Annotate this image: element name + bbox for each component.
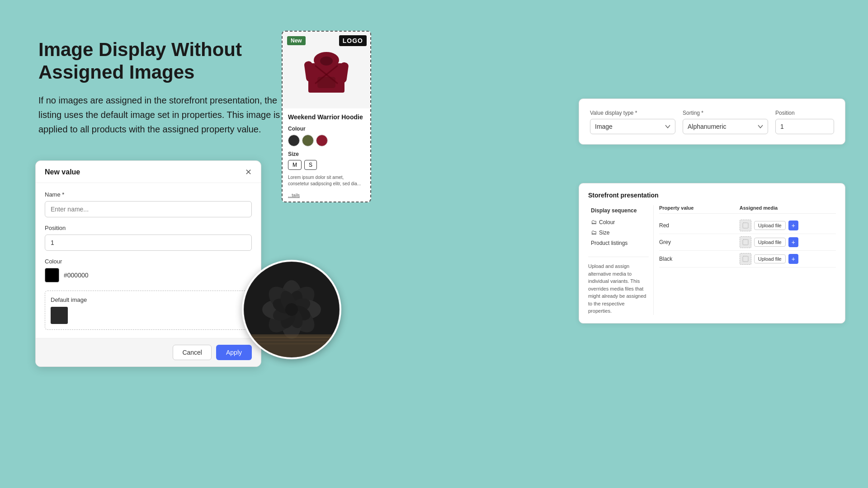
svg-rect-5 [317, 77, 335, 88]
storefront-layout: Display sequence 🗂 Colour 🗂 Size Product… [588, 205, 836, 315]
media-thumb-grey [740, 236, 751, 248]
svg-point-2 [320, 56, 333, 66]
upload-btn-red[interactable]: Upload file [754, 221, 786, 230]
product-image-area: New LOGO [283, 32, 370, 108]
size-section-label: Size [288, 151, 365, 157]
left-section: Image Display Without Assigned Images If… [38, 38, 292, 150]
storefront-table: Property value Assigned media Red Upload… [654, 205, 836, 315]
product-card: New LOGO Weekend Warri [282, 31, 371, 202]
add-btn-grey[interactable]: + [788, 237, 798, 247]
right-panel-top: Value display type * Image Text Sorting … [579, 99, 845, 145]
nav-size-label: Size [599, 230, 609, 236]
colour-row: #000000 [45, 268, 252, 282]
name-field-label: Name * [45, 191, 252, 198]
dialog-header: New value ✕ [36, 161, 261, 183]
storefront-panel: Storefront presentation Display sequence… [579, 183, 845, 324]
th-assigned-media: Assigned media [740, 205, 836, 211]
table-row-red: Red Upload file + [659, 217, 836, 234]
swatch-olive[interactable] [302, 135, 314, 146]
td-property-black: Black [659, 256, 740, 262]
nav-display-sequence[interactable]: Display sequence [588, 205, 649, 216]
svg-rect-29 [244, 343, 339, 344]
td-property-red: Red [659, 222, 740, 229]
svg-rect-27 [244, 337, 339, 338]
th-property-value: Property value [659, 205, 740, 211]
media-thumb-black [740, 253, 751, 265]
position-field: Position [775, 110, 834, 134]
fabric-rose-svg [244, 262, 339, 357]
more-details-link[interactable]: ...tails [288, 193, 300, 198]
circular-image-overlay [242, 260, 341, 359]
td-property-grey: Grey [659, 239, 740, 245]
colour-swatches [288, 135, 365, 146]
position-label: Position [775, 110, 834, 116]
nav-product-listings[interactable]: Product listings [588, 238, 649, 249]
nav-colour-label: Colour [599, 219, 615, 225]
sorting-select[interactable]: Alphanumeric Manual [683, 119, 768, 134]
svg-rect-28 [244, 340, 339, 341]
product-card-inner: New LOGO Weekend Warri [283, 32, 370, 202]
svg-rect-31 [743, 239, 748, 245]
colour-field-label: Colour [45, 258, 252, 265]
value-display-type-field: Value display type * Image Text [590, 110, 675, 134]
product-info: Weekend Warrior Hoodie Colour Size M S L… [283, 108, 370, 202]
table-header: Property value Assigned media [659, 205, 836, 214]
product-description: Lorem ipsum dolor sit amet, consetetur s… [288, 174, 365, 187]
sorting-label: Sorting * [683, 110, 768, 116]
nav-size[interactable]: 🗂 Size [588, 227, 649, 238]
description: If no images are assigned in the storefr… [38, 93, 292, 136]
td-assigned-black: Upload file + [740, 253, 836, 265]
dialog-footer: Cancel Apply [36, 338, 261, 366]
upload-btn-black[interactable]: Upload file [754, 254, 786, 263]
panel-form-row: Value display type * Image Text Sorting … [590, 110, 834, 134]
close-button[interactable]: ✕ [245, 168, 252, 176]
default-image-label: Default image [51, 296, 246, 303]
new-value-dialog: New value ✕ Name * Position Colour #0000… [35, 160, 261, 367]
td-assigned-grey: Upload file + [740, 236, 836, 248]
folder-colour-icon: 🗂 [591, 219, 597, 225]
colour-code: #000000 [64, 272, 89, 279]
default-image-section: Default image [45, 291, 252, 330]
sorting-field: Sorting * Alphanumeric Manual [683, 110, 768, 134]
new-badge: New [287, 36, 306, 45]
swatch-dark[interactable] [288, 135, 300, 146]
apply-button[interactable]: Apply [216, 345, 252, 360]
colour-section-label: Colour [288, 126, 365, 132]
main-title: Image Display Without Assigned Images [38, 38, 292, 84]
svg-point-25 [285, 303, 298, 316]
folder-size-icon: 🗂 [591, 229, 597, 236]
product-name: Weekend Warrior Hoodie [288, 113, 365, 121]
swatch-red[interactable] [316, 135, 328, 146]
cancel-button[interactable]: Cancel [173, 345, 212, 360]
name-input[interactable] [45, 201, 252, 217]
default-image-thumb [51, 307, 68, 324]
size-row: M S [288, 160, 365, 170]
dialog-title: New value [45, 168, 80, 176]
position-field-input[interactable] [775, 119, 834, 134]
colour-swatch[interactable] [45, 268, 59, 282]
storefront-note: Upload and assign alternative media to i… [588, 257, 649, 315]
add-btn-black[interactable]: + [788, 254, 798, 264]
position-field-label: Position [45, 225, 252, 231]
value-display-type-select[interactable]: Image Text [590, 119, 675, 134]
svg-rect-32 [743, 256, 748, 262]
storefront-panel-title: Storefront presentation [588, 192, 836, 199]
storefront-nav: Display sequence 🗂 Colour 🗂 Size Product… [588, 205, 654, 315]
svg-rect-30 [743, 223, 748, 228]
position-input[interactable] [45, 235, 252, 251]
dialog-body: Name * Position Colour #000000 Default i… [36, 183, 261, 338]
value-display-type-label: Value display type * [590, 110, 675, 116]
table-row-grey: Grey Upload file + [659, 234, 836, 251]
size-s-button[interactable]: S [304, 160, 317, 170]
size-m-button[interactable]: M [288, 160, 302, 170]
nav-colour[interactable]: 🗂 Colour [588, 217, 649, 227]
td-assigned-red: Upload file + [740, 220, 836, 231]
media-thumb-red [740, 220, 751, 231]
logo-badge: LOGO [339, 35, 367, 46]
hoodie-image [304, 43, 349, 97]
add-btn-red[interactable]: + [788, 221, 798, 230]
table-row-black: Black Upload file + [659, 251, 836, 267]
upload-btn-grey[interactable]: Upload file [754, 238, 786, 247]
